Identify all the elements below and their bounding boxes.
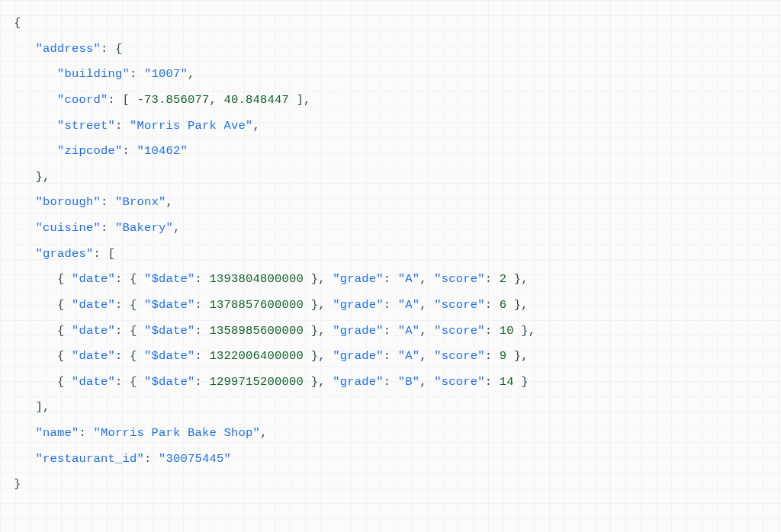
- address-building: 1007: [152, 67, 181, 81]
- grade-4-grade: B: [405, 375, 413, 389]
- address-coord-0: -73.856077: [137, 93, 210, 107]
- grade-1-grade: A: [405, 298, 413, 312]
- address-zipcode: 10462: [144, 144, 181, 158]
- cuisine: Bakery: [123, 221, 166, 235]
- address-coord-1: 40.848447: [224, 93, 290, 107]
- grade-4-date: 1299715200000: [210, 375, 304, 389]
- grade-0-date: 1393804800000: [210, 272, 304, 286]
- grade-4-score: 14: [500, 375, 514, 389]
- grade-1-date: 1378857600000: [210, 298, 304, 312]
- grade-2-grade: A: [405, 324, 413, 338]
- address-street: Morris Park Ave: [137, 119, 246, 133]
- grade-3-date: 1322006400000: [210, 349, 304, 363]
- restaurant-id: 30075445: [166, 452, 224, 466]
- grade-3-score: 9: [500, 349, 507, 363]
- grade-3-grade: A: [405, 349, 413, 363]
- json-document: { "address": { "building": "1007", "coor…: [14, 11, 767, 498]
- grade-2-score: 10: [500, 324, 514, 338]
- grade-0-grade: A: [405, 272, 413, 286]
- grade-0-score: 2: [500, 272, 507, 286]
- name: Morris Park Bake Shop: [101, 426, 253, 440]
- grade-1-score: 6: [500, 298, 507, 312]
- borough: Bronx: [123, 195, 159, 209]
- grade-2-date: 1358985600000: [210, 324, 304, 338]
